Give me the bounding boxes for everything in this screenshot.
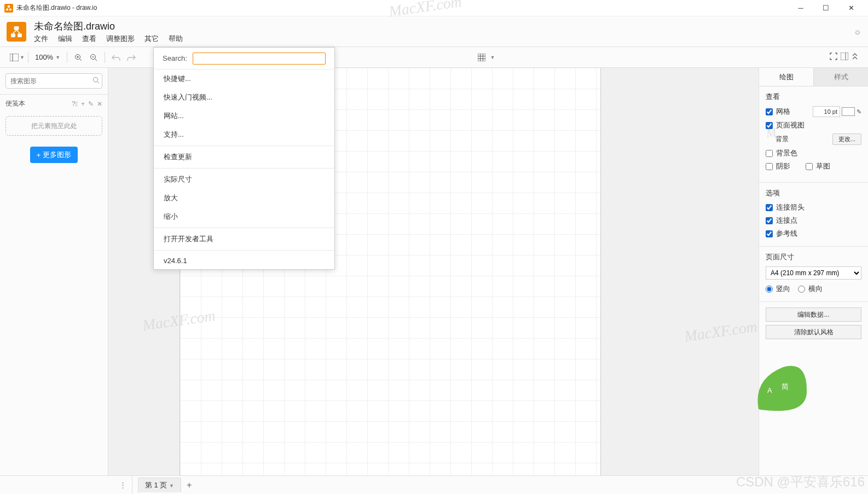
grid-label: 网格 <box>776 107 790 117</box>
help-item-quickstart[interactable]: 快速入门视频... <box>154 88 334 107</box>
help-menu: Search: 快捷键... 快速入门视频... 网站... 支持... 检查更… <box>153 47 335 270</box>
grid-icon[interactable] <box>474 50 489 65</box>
help-item-shortcuts[interactable]: 快捷键... <box>154 69 334 88</box>
pageview-checkbox[interactable] <box>766 122 773 129</box>
scratchpad-label[interactable]: 便笺本 <box>5 99 68 108</box>
sketch-label: 草图 <box>816 161 830 171</box>
minimize-button[interactable]: ─ <box>788 0 813 16</box>
scratchpad-dropzone[interactable]: 把元素拖至此处 <box>5 116 102 136</box>
document-title[interactable]: 未命名绘图.drawio <box>34 20 183 33</box>
format-panel-icon[interactable] <box>841 53 848 62</box>
add-page-button[interactable]: + <box>187 480 192 490</box>
shadow-label: 阴影 <box>776 161 790 171</box>
csdn-watermark: CSDN @平安喜乐616 <box>736 473 865 491</box>
help-item-website[interactable]: 网站... <box>154 107 334 125</box>
maximize-button[interactable]: ☐ <box>813 0 838 16</box>
format-panel: 绘图 样式 查看 网格 10 pt ✎ 页面视图 背景更改... 背景色 <box>759 68 868 475</box>
bgcolor-label: 背景色 <box>776 148 797 158</box>
undo-icon[interactable] <box>108 50 124 65</box>
zoom-in-icon[interactable] <box>71 50 86 65</box>
page-menu-icon[interactable]: ⋮ <box>114 476 132 494</box>
help-item-version: v24.6.1 <box>154 252 334 269</box>
grid-size-input[interactable]: 10 pt <box>813 106 840 117</box>
fullscreen-icon[interactable] <box>830 53 837 62</box>
conn-arrows-checkbox[interactable] <box>766 204 773 211</box>
grid-checkbox[interactable] <box>766 108 773 115</box>
svg-line-23 <box>97 82 99 83</box>
menu-help[interactable]: 帮助 <box>169 34 183 44</box>
bgcolor-checkbox[interactable] <box>766 150 773 157</box>
add-icon[interactable]: + <box>81 100 85 108</box>
guides-checkbox[interactable] <box>766 230 773 237</box>
app-logo <box>7 22 26 42</box>
conn-points-label: 连接点 <box>776 216 797 225</box>
help-search-label: Search: <box>163 54 187 62</box>
svg-rect-20 <box>841 53 848 60</box>
edit-data-button[interactable]: 编辑数据... <box>766 307 861 322</box>
options-section-label: 选项 <box>766 188 861 198</box>
edit-grid-icon[interactable]: ✎ <box>857 108 861 115</box>
zoom-out-icon[interactable] <box>86 50 101 65</box>
tab-style[interactable]: 样式 <box>813 68 868 86</box>
menu-extras[interactable]: 其它 <box>144 34 159 44</box>
svg-point-22 <box>93 77 97 82</box>
page-size-select[interactable]: A4 (210 mm x 297 mm) <box>766 266 861 280</box>
help-icon[interactable]: ?⃝ <box>72 100 78 108</box>
svg-rect-3 <box>14 26 19 30</box>
change-background-button[interactable]: 更改... <box>832 133 861 145</box>
page-tab-1[interactable]: 第 1 页 ▼ <box>138 478 181 492</box>
close-icon[interactable]: ✕ <box>97 100 102 108</box>
menubar: 文件 编辑 查看 调整图形 其它 帮助 <box>34 34 183 44</box>
portrait-radio[interactable] <box>766 286 773 293</box>
collapse-icon[interactable] <box>852 53 858 62</box>
clear-style-button[interactable]: 清除默认风格 <box>766 325 861 339</box>
help-item-zoom-in[interactable]: 放大 <box>154 189 334 207</box>
sketch-checkbox[interactable] <box>806 163 813 170</box>
conn-points-checkbox[interactable] <box>766 217 773 224</box>
svg-line-13 <box>95 59 97 61</box>
svg-rect-5 <box>18 33 22 37</box>
help-item-support[interactable]: 支持... <box>154 125 334 144</box>
edit-icon[interactable]: ✎ <box>88 100 94 108</box>
help-item-zoom-out[interactable]: 缩小 <box>154 207 334 226</box>
svg-text:简: 简 <box>782 382 789 391</box>
zoom-value: 100% <box>35 53 53 61</box>
svg-rect-15 <box>478 54 485 61</box>
menu-file[interactable]: 文件 <box>34 34 48 44</box>
grid-color-swatch[interactable] <box>842 107 855 116</box>
background-label: 背景 <box>766 135 832 144</box>
redo-icon[interactable] <box>124 50 139 65</box>
svg-rect-1 <box>6 9 8 10</box>
app-header: 未命名绘图.drawio 文件 编辑 查看 调整图形 其它 帮助 ☼ <box>0 16 868 47</box>
window-titlebar: 未命名绘图.drawio - draw.io ─ ☐ ✕ <box>0 0 868 16</box>
tab-diagram[interactable]: 绘图 <box>759 68 813 86</box>
svg-line-9 <box>80 59 82 61</box>
conn-arrows-label: 连接箭头 <box>776 202 805 212</box>
zoom-dropdown[interactable]: 100%▼ <box>32 53 63 61</box>
more-shapes-button[interactable]: +更多图形 <box>30 147 78 163</box>
help-item-check-updates[interactable]: 检查更新 <box>154 148 334 166</box>
pageview-label: 页面视图 <box>776 120 805 130</box>
search-icon[interactable] <box>92 77 100 85</box>
close-button[interactable]: ✕ <box>838 0 864 16</box>
search-shapes-input[interactable] <box>10 77 92 85</box>
help-item-actual-size[interactable]: 实际尺寸 <box>154 170 334 189</box>
menu-view[interactable]: 查看 <box>82 34 96 44</box>
window-title: 未命名绘图.drawio - draw.io <box>16 3 97 13</box>
guides-label: 参考线 <box>776 229 797 239</box>
help-search-input[interactable] <box>193 53 326 65</box>
app-icon <box>4 4 13 13</box>
search-shapes[interactable] <box>5 73 102 89</box>
menu-arrange[interactable]: 调整图形 <box>106 34 135 44</box>
landscape-label: 横向 <box>808 284 823 294</box>
leaf-badge: A 简 <box>753 363 808 412</box>
shapes-panel: 便笺本 ?⃝ + ✎ ✕ 把元素拖至此处 +更多图形 <box>0 68 108 475</box>
help-item-devtools[interactable]: 打开开发者工具 <box>154 230 334 248</box>
theme-toggle-icon[interactable]: ☼ <box>853 27 861 37</box>
landscape-radio[interactable] <box>798 286 805 293</box>
shadow-checkbox[interactable] <box>766 163 773 170</box>
pagesize-section-label: 页面尺寸 <box>766 252 861 262</box>
portrait-label: 竖向 <box>776 284 790 294</box>
svg-rect-0 <box>8 5 10 7</box>
menu-edit[interactable]: 编辑 <box>58 34 72 44</box>
